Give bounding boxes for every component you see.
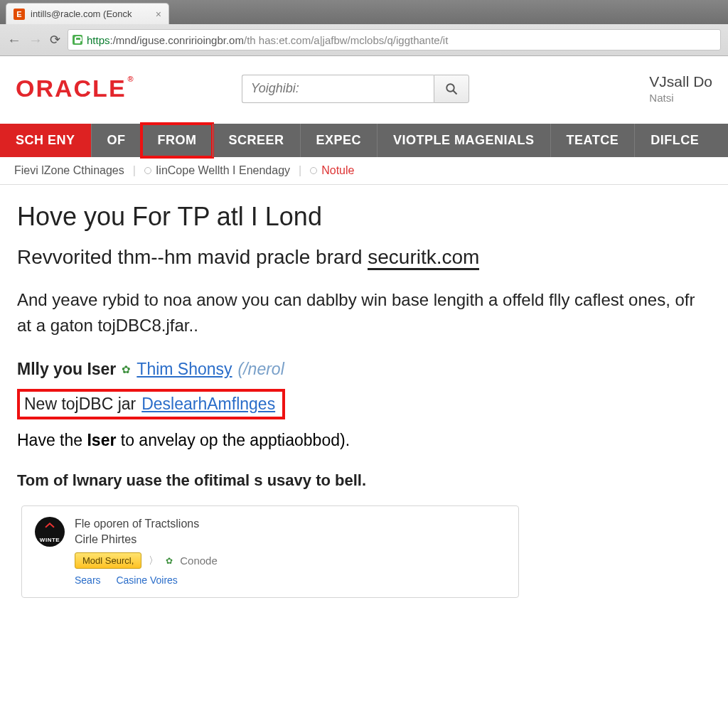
- browser-toolbar: ← → ⟳ https:/mnd/iguse.conririoingbr.om/…: [0, 24, 728, 55]
- modl-button[interactable]: Modl Seurcl,: [75, 552, 141, 569]
- user-sub: Natsi: [649, 92, 712, 104]
- logo-text: ORACLE: [16, 75, 127, 102]
- subhead-link[interactable]: securitk.com: [368, 246, 479, 270]
- card-row2: Modl Seurcl, 〉 ✿ Conode: [75, 552, 505, 569]
- oracle-logo[interactable]: ORACLE®: [16, 75, 135, 102]
- card-title: Fle oporen of Tractslions: [75, 516, 199, 532]
- page: ORACLE® VJsall Do Natsi SCH ENY OF FROM …: [0, 56, 728, 598]
- link-sears[interactable]: Sears: [75, 574, 101, 586]
- nav-teatce[interactable]: TEATCE: [550, 124, 635, 157]
- main-nav: SCH ENY OF FROM SCREER EXPEC VIOTPLE MAG…: [0, 124, 728, 157]
- close-icon[interactable]: ×: [156, 9, 161, 20]
- nav-from[interactable]: FROM: [141, 124, 213, 157]
- back-button[interactable]: ←: [7, 32, 21, 48]
- search-wrap: [242, 75, 469, 103]
- avatar: WINTE: [35, 517, 65, 547]
- card-subtitle: Cirle Phirtes: [75, 532, 199, 547]
- link-nerol[interactable]: (/nerol: [238, 360, 284, 379]
- card-top: WINTE Fle oporen of Tractslions Cirle Ph…: [35, 516, 505, 547]
- card-titles: Fle oporen of Tractslions Cirle Phirtes: [75, 516, 199, 547]
- url-host: :/mnd/iguse.conririoingbr.om: [110, 34, 244, 46]
- svg-point-0: [446, 84, 454, 92]
- link-casine[interactable]: Casine Voires: [116, 574, 177, 586]
- card-links: Sears Casine Voires: [75, 574, 505, 586]
- browser-chrome: E intills@racle.com (Eonck × ← → ⟳ https…: [0, 0, 728, 56]
- link-deslearh[interactable]: DeslearhAmflnges: [141, 395, 275, 414]
- leaf-icon: ✿: [166, 556, 173, 566]
- tab-favicon: E: [14, 9, 25, 20]
- user-block[interactable]: VJsall Do Natsi: [649, 73, 712, 104]
- circle-icon: [310, 167, 317, 174]
- chevron-icon: [44, 521, 55, 530]
- sub-divider: |: [299, 164, 301, 177]
- tab-bar: E intills@racle.com (Eonck ×: [0, 0, 728, 24]
- chevron-right-icon: 〉: [149, 555, 159, 567]
- sub-item-0[interactable]: Fievi lZone Cthinages: [14, 164, 124, 177]
- row-bold: Mlly you Iser: [17, 360, 116, 379]
- under-red-bold: Iser: [87, 431, 116, 449]
- sub-label: Notule: [321, 164, 354, 177]
- nav-screer[interactable]: SCREER: [213, 124, 300, 157]
- highlight-box: New tojDBC jar DeslearhAmflnges: [17, 389, 285, 419]
- subhead-pre: Revvorited thm--hm mavid pracle brard: [17, 246, 368, 268]
- circle-icon: [144, 167, 151, 174]
- user-name: VJsall Do: [649, 73, 712, 90]
- row-new-jar: New tojDBC jar DeslearhAmflnges: [24, 395, 275, 414]
- sub-item-2[interactable]: Notule: [310, 164, 354, 177]
- svg-line-1: [453, 90, 456, 94]
- page-subhead: Revvorited thm--hm mavid pracle brard se…: [17, 246, 711, 269]
- tab-title: intills@racle.com (Eonck: [31, 9, 150, 19]
- sub-divider: |: [133, 164, 136, 177]
- nav-diflce[interactable]: DIFLCE: [634, 124, 714, 157]
- row-box-pre: New tojDBC jar: [24, 395, 136, 414]
- forward-button[interactable]: →: [28, 32, 43, 48]
- under-red-post: to anvelay op the apptiaobbod).: [116, 431, 350, 449]
- url-path: /th has:et.com/a|jafbw/mclobs/q/iggthant…: [244, 34, 448, 46]
- url-scheme: https: [87, 34, 110, 46]
- page-header: ORACLE® VJsall Do Natsi: [0, 56, 728, 124]
- link-thim[interactable]: Thim Shonsy: [136, 360, 232, 379]
- nav-expec[interactable]: EXPEC: [300, 124, 378, 157]
- intro-paragraph: And yeave rybid to noa anow you can dabl…: [17, 287, 711, 338]
- sub-label: Fievi lZone Cthinages: [14, 164, 124, 177]
- logo-reg: ®: [128, 75, 135, 83]
- sub-bar: Fievi lZone Cthinages | IinCope Wellth I…: [0, 157, 728, 185]
- nav-of[interactable]: OF: [91, 124, 141, 157]
- browser-tab[interactable]: E intills@racle.com (Eonck ×: [6, 3, 169, 24]
- row-mlly: Mlly you Iser ✿ Thim Shonsy (/nerol: [17, 360, 711, 379]
- card-after: Conode: [180, 555, 218, 567]
- lock-icon: [73, 35, 82, 45]
- nav-sch-eny[interactable]: SCH ENY: [0, 124, 91, 157]
- search-button[interactable]: [434, 75, 469, 103]
- under-red-row: Have the Iser to anvelay op the apptiaob…: [17, 431, 711, 450]
- url-text: https:/mnd/iguse.conririoingbr.om/th has…: [87, 34, 448, 46]
- sub-item-1[interactable]: IinCope Wellth I Enendagy: [144, 164, 290, 177]
- bold-paragraph: Tom of lwnary uase the ofitimal s usavy …: [17, 471, 711, 490]
- nav-viotple[interactable]: VIOTPLE MAGENIALS: [377, 124, 550, 157]
- page-title: Hove you For TP atl I Lond: [17, 202, 711, 232]
- url-bar[interactable]: https:/mnd/iguse.conririoingbr.om/th has…: [68, 29, 721, 50]
- under-red-pre: Have the: [17, 431, 87, 449]
- search-icon: [445, 82, 458, 95]
- reload-button[interactable]: ⟳: [50, 32, 60, 48]
- sub-label: IinCope Wellth I Enendagy: [156, 164, 290, 177]
- search-input[interactable]: [242, 75, 434, 103]
- leaf-icon: ✿: [122, 363, 131, 376]
- content: Hove you For TP atl I Lond Revvorited th…: [0, 185, 728, 598]
- info-card: WINTE Fle oporen of Tractslions Cirle Ph…: [21, 505, 519, 598]
- avatar-label: WINTE: [40, 537, 60, 543]
